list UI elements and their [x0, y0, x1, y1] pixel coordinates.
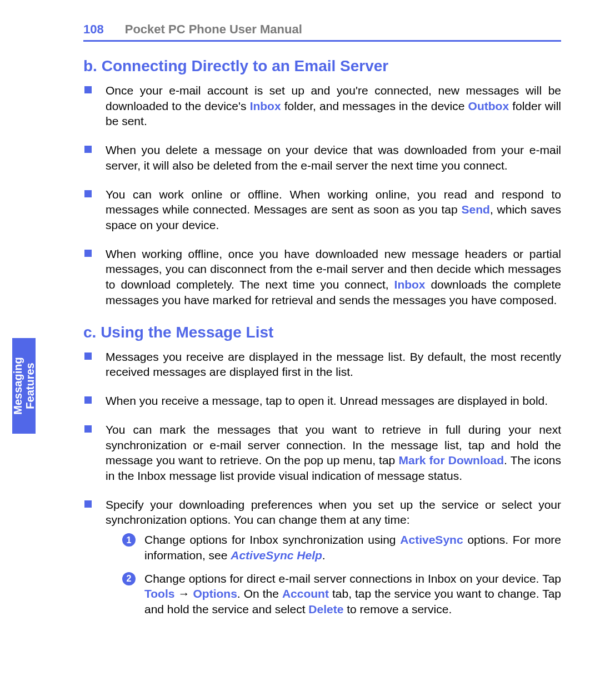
page-header: 108 Pocket PC Phone User Manual: [83, 22, 561, 42]
keyword-delete: Delete: [308, 603, 343, 615]
body-text: folder, and messages in the device: [281, 100, 468, 112]
body-text: Change options for direct e-mail server …: [144, 572, 561, 585]
body-text: Messages you receive are displayed in th…: [106, 350, 561, 379]
section-c-list: Messages you receive are displayed in th…: [83, 349, 561, 617]
body-text: Change options for Inbox synchronization…: [144, 533, 400, 546]
side-tab-label: Messaging Features: [12, 357, 36, 414]
step-badge-icon: 1: [122, 533, 136, 547]
numbered-sublist: 1 Change options for Inbox synchronizati…: [122, 532, 561, 617]
section-c-heading: c. Using the Message List: [83, 324, 561, 341]
page-number: 108: [83, 22, 104, 37]
list-item: When you receive a message, tap to open …: [83, 393, 561, 409]
keyword-mark-for-download: Mark for Download: [398, 454, 504, 466]
section-b-list: Once your e-mail account is set up and y…: [83, 83, 561, 308]
body-text: When you receive a message, tap to open …: [106, 394, 548, 407]
list-item: You can mark the messages that you want …: [83, 422, 561, 484]
list-item: Specify your downloading preferences whe…: [83, 497, 561, 617]
section-b-heading: b. Connecting Directly to an Email Serve…: [83, 57, 561, 75]
body-text: Specify your downloading preferences whe…: [106, 498, 561, 527]
body-text: .: [322, 549, 326, 562]
keyword-inbox: Inbox: [250, 100, 281, 112]
keyword-activesync-help: ActiveSync Help: [231, 549, 322, 562]
body-text: →: [174, 587, 193, 600]
side-tab-line2: Features: [24, 363, 36, 409]
keyword-activesync: ActiveSync: [400, 533, 463, 546]
keyword-account: Account: [282, 587, 329, 600]
body-text: . On the: [237, 587, 282, 600]
keyword-inbox: Inbox: [394, 278, 426, 291]
list-item: When working offline, once you have down…: [83, 246, 561, 308]
list-item: Once your e-mail account is set up and y…: [83, 83, 561, 129]
step-badge-icon: 2: [122, 572, 136, 585]
body-text: to remove a service.: [343, 603, 452, 615]
side-tab-line1: Messaging: [12, 357, 24, 414]
chapter-side-tab: Messaging Features: [12, 338, 36, 434]
keyword-send: Send: [462, 203, 490, 216]
numbered-item: 1 Change options for Inbox synchronizati…: [122, 532, 561, 563]
numbered-item: 2 Change options for direct e-mail serve…: [122, 571, 561, 617]
list-item: You can work online or offline. When wor…: [83, 187, 561, 233]
manual-title: Pocket PC Phone User Manual: [125, 22, 302, 37]
keyword-tools: Tools: [144, 587, 174, 600]
manual-page: 108 Pocket PC Phone User Manual b. Conne…: [0, 0, 600, 700]
body-text: When you delete a message on your device…: [106, 143, 561, 172]
list-item: Messages you receive are displayed in th…: [83, 349, 561, 380]
keyword-options: Options: [193, 587, 237, 600]
keyword-outbox: Outbox: [468, 100, 509, 112]
list-item: When you delete a message on your device…: [83, 142, 561, 173]
